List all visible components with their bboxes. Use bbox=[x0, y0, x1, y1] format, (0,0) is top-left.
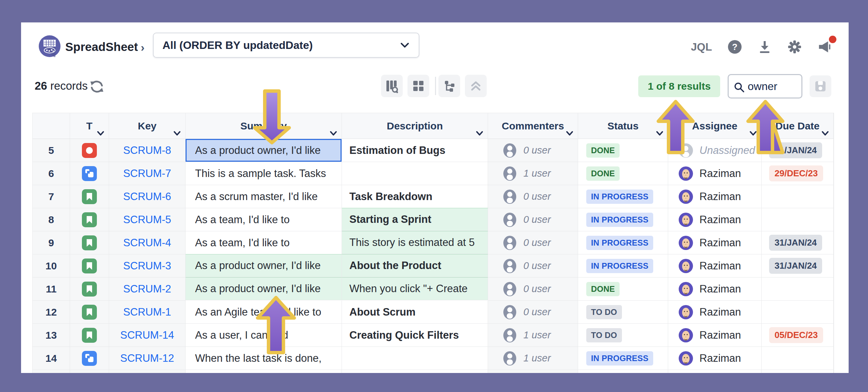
issue-key-link[interactable]: SCRUM-6 bbox=[123, 191, 171, 203]
due-date-cell[interactable] bbox=[762, 301, 834, 324]
refresh-button[interactable] bbox=[89, 79, 105, 94]
due-date-cell[interactable] bbox=[762, 370, 834, 373]
summary-cell[interactable] bbox=[186, 370, 342, 373]
status-badge[interactable]: TO DO bbox=[586, 328, 622, 342]
status-badge[interactable]: IN PROGRESS bbox=[586, 213, 653, 227]
commenters-cell[interactable]: 0 user bbox=[488, 301, 578, 324]
collapse-all-button[interactable] bbox=[465, 75, 487, 97]
issue-type-cell[interactable] bbox=[70, 162, 109, 185]
column-settings-button[interactable] bbox=[381, 75, 403, 97]
commenters-cell[interactable]: 1 user bbox=[488, 324, 578, 347]
issue-key-link[interactable]: SCRUM-8 bbox=[123, 144, 171, 157]
issue-key-cell[interactable]: SCRUM-5 bbox=[109, 208, 186, 231]
due-date-cell[interactable] bbox=[762, 278, 834, 301]
issue-type-cell[interactable] bbox=[70, 370, 109, 373]
filter-dropdown[interactable]: All (ORDER BY updatedDate) bbox=[153, 33, 419, 58]
issue-key-link[interactable]: SCRUM-4 bbox=[123, 237, 171, 249]
issue-key-link[interactable]: SCRUM-2 bbox=[123, 283, 171, 295]
assignee-cell[interactable]: Raziman bbox=[668, 347, 762, 370]
status-badge[interactable]: DONE bbox=[586, 143, 620, 158]
issue-type-cell[interactable] bbox=[70, 324, 109, 347]
assignee-cell[interactable]: Raziman bbox=[668, 231, 762, 254]
column-header-assignee[interactable]: Assignee bbox=[668, 113, 762, 139]
column-header-status[interactable]: Status bbox=[578, 113, 668, 139]
issue-type-cell[interactable] bbox=[70, 231, 109, 254]
issue-type-cell[interactable] bbox=[70, 139, 109, 162]
status-cell[interactable]: TO DO bbox=[578, 324, 668, 347]
issue-type-cell[interactable] bbox=[70, 208, 109, 231]
commenters-cell[interactable]: 1 user bbox=[488, 347, 578, 370]
due-date-cell[interactable]: 31/JAN/24 bbox=[762, 139, 834, 162]
summary-cell[interactable]: When the last task is done, bbox=[186, 347, 342, 370]
issue-type-cell[interactable] bbox=[70, 347, 109, 370]
issue-key-cell[interactable]: SCRUM-8 bbox=[109, 139, 186, 162]
commenters-cell[interactable]: 0 user bbox=[488, 278, 578, 301]
issue-key-cell[interactable]: SCRUM-7 bbox=[109, 162, 186, 185]
announcements-button[interactable] bbox=[817, 40, 832, 54]
summary-cell[interactable]: As a user, I can add bbox=[186, 324, 342, 347]
summary-cell[interactable]: As a product owner, I'd like bbox=[186, 254, 342, 277]
issue-type-cell[interactable] bbox=[70, 301, 109, 324]
issue-key-cell[interactable]: SCRUM-4 bbox=[109, 231, 186, 254]
assignee-cell[interactable]: Raziman bbox=[668, 185, 762, 208]
save-filter-button[interactable] bbox=[810, 75, 831, 97]
status-cell[interactable]: IN PROGRESS bbox=[578, 347, 668, 370]
issue-key-link[interactable]: SCRUM-12 bbox=[120, 352, 174, 364]
status-badge[interactable]: DONE bbox=[586, 282, 620, 296]
issue-type-cell[interactable] bbox=[70, 278, 109, 301]
summary-cell[interactable]: As a scrum master, I'd like bbox=[186, 185, 342, 208]
issue-key-cell[interactable]: SCRUM-3 bbox=[109, 254, 186, 278]
commenters-cell[interactable]: 0 user bbox=[488, 254, 578, 278]
status-cell[interactable] bbox=[578, 370, 668, 373]
due-date-cell[interactable]: 31/JAN/24 bbox=[762, 231, 834, 254]
status-badge[interactable]: DONE bbox=[586, 166, 620, 181]
status-cell[interactable]: IN PROGRESS bbox=[578, 231, 668, 254]
commenters-cell[interactable]: 0 user bbox=[488, 208, 578, 231]
issue-type-cell[interactable] bbox=[70, 254, 109, 278]
due-date-cell[interactable] bbox=[762, 208, 834, 231]
status-badge[interactable]: TO DO bbox=[586, 305, 622, 319]
issue-key-cell[interactable]: SCRUM-14 bbox=[109, 324, 186, 347]
column-header-key[interactable]: Key bbox=[109, 113, 186, 139]
status-cell[interactable]: IN PROGRESS bbox=[578, 208, 668, 231]
commenters-cell[interactable]: 0 user bbox=[488, 139, 578, 162]
due-date-cell[interactable] bbox=[762, 185, 834, 208]
help-button[interactable]: ? bbox=[728, 40, 742, 54]
summary-cell[interactable]: As a product owner, I'd like bbox=[186, 277, 342, 300]
status-cell[interactable]: DONE bbox=[578, 278, 668, 301]
issue-key-link[interactable]: SCRUM-7 bbox=[123, 167, 171, 180]
column-header-summary[interactable]: Summary bbox=[186, 113, 342, 139]
issue-type-cell[interactable] bbox=[70, 185, 109, 208]
issue-key-cell[interactable]: SCRUM-6 bbox=[109, 185, 186, 208]
description-cell[interactable]: Starting a Sprint bbox=[342, 208, 488, 231]
issue-key-cell[interactable] bbox=[109, 370, 186, 373]
due-date-cell[interactable] bbox=[762, 347, 834, 370]
issue-key-link[interactable]: SCRUM-5 bbox=[123, 214, 171, 226]
description-cell[interactable]: This story is estimated at 5 bbox=[342, 231, 488, 254]
commenters-cell[interactable] bbox=[488, 370, 578, 373]
due-date-cell[interactable]: 29/DEC/23 bbox=[762, 162, 834, 185]
status-badge[interactable]: IN PROGRESS bbox=[586, 351, 653, 366]
summary-cell[interactable]: As a product owner, I'd like bbox=[186, 139, 342, 162]
description-cell[interactable] bbox=[342, 162, 488, 185]
issue-key-link[interactable]: SCRUM-1 bbox=[123, 306, 171, 318]
status-cell[interactable]: IN PROGRESS bbox=[578, 254, 668, 278]
description-cell[interactable]: About the Product bbox=[342, 254, 488, 277]
assignee-cell[interactable]: Unassigned bbox=[668, 139, 762, 162]
download-button[interactable] bbox=[758, 40, 772, 54]
due-date-cell[interactable]: 31/JAN/24 bbox=[762, 254, 834, 278]
column-header-t[interactable]: T bbox=[70, 113, 109, 139]
commenters-cell[interactable]: 0 user bbox=[488, 231, 578, 254]
description-cell[interactable]: About Scrum bbox=[342, 301, 488, 324]
search-input[interactable] bbox=[748, 75, 801, 97]
description-cell[interactable]: When you click "+ Create bbox=[342, 277, 488, 300]
summary-cell[interactable]: As a team, I'd like to bbox=[186, 208, 342, 231]
assignee-cell[interactable]: Raziman bbox=[668, 301, 762, 324]
status-cell[interactable]: DONE bbox=[578, 162, 668, 185]
status-badge[interactable]: IN PROGRESS bbox=[586, 259, 653, 273]
status-cell[interactable]: TO DO bbox=[578, 301, 668, 324]
status-badge[interactable]: IN PROGRESS bbox=[586, 190, 653, 204]
assignee-cell[interactable] bbox=[668, 370, 762, 373]
grid-view-button[interactable] bbox=[407, 75, 429, 97]
description-cell[interactable] bbox=[342, 347, 488, 370]
